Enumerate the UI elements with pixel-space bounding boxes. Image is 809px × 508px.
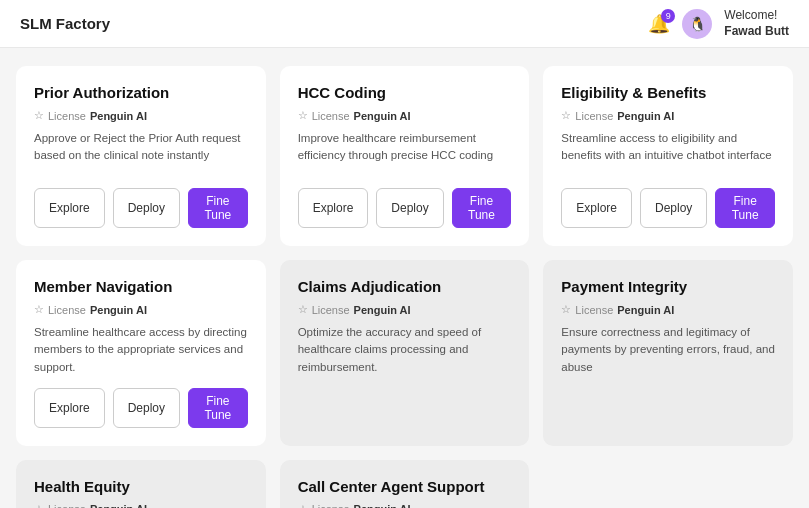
card-eligibility-benefits: Eligibility & Benefits ☆ License Penguin… xyxy=(543,66,793,246)
notification-badge: 9 xyxy=(661,9,675,23)
star-icon: ☆ xyxy=(298,503,308,508)
star-icon: ☆ xyxy=(298,303,308,316)
btn-fine-tune[interactable]: Fine Tune xyxy=(188,188,248,228)
license-name: Penguin AI xyxy=(617,110,674,122)
brand-logo: SLM Factory xyxy=(20,15,110,32)
btn-explore[interactable]: Explore xyxy=(298,188,369,228)
card-description: Streamline access to eligibility and ben… xyxy=(561,130,775,176)
header-right: 🔔 9 🐧 Welcome! Fawad Butt xyxy=(648,8,789,39)
card-call-center-agent-support: Call Center Agent Support ☆ License Peng… xyxy=(280,460,530,508)
license-label: License xyxy=(48,110,86,122)
license-label: License xyxy=(48,304,86,316)
card-title: Health Equity xyxy=(34,478,248,495)
card-actions: ExploreDeployFine Tune xyxy=(34,388,248,428)
card-license: ☆ License Penguin AI xyxy=(34,503,248,508)
welcome-text: Welcome! Fawad Butt xyxy=(724,8,789,39)
star-icon: ☆ xyxy=(561,303,571,316)
card-title: Member Navigation xyxy=(34,278,248,295)
card-title: Eligibility & Benefits xyxy=(561,84,775,101)
card-description: Improve healthcare reimbursement efficie… xyxy=(298,130,512,176)
card-license: ☆ License Penguin AI xyxy=(34,109,248,122)
card-title: Prior Authorization xyxy=(34,84,248,101)
btn-fine-tune[interactable]: Fine Tune xyxy=(715,188,775,228)
card-license: ☆ License Penguin AI xyxy=(561,109,775,122)
license-label: License xyxy=(312,110,350,122)
license-label: License xyxy=(575,110,613,122)
card-actions: ExploreDeployFine Tune xyxy=(34,188,248,228)
card-license: ☆ License Penguin AI xyxy=(298,303,512,316)
license-label: License xyxy=(312,304,350,316)
star-icon: ☆ xyxy=(561,109,571,122)
license-name: Penguin AI xyxy=(617,304,674,316)
avatar: 🐧 xyxy=(682,9,712,39)
btn-explore[interactable]: Explore xyxy=(34,188,105,228)
card-actions: ExploreDeployFine Tune xyxy=(561,188,775,228)
license-label: License xyxy=(48,503,86,508)
card-license: ☆ License Penguin AI xyxy=(298,109,512,122)
license-name: Penguin AI xyxy=(90,503,147,508)
card-license: ☆ License Penguin AI xyxy=(561,303,775,316)
license-name: Penguin AI xyxy=(354,304,411,316)
btn-fine-tune[interactable]: Fine Tune xyxy=(452,188,512,228)
star-icon: ☆ xyxy=(34,503,44,508)
card-title: Claims Adjudication xyxy=(298,278,512,295)
star-icon: ☆ xyxy=(34,303,44,316)
btn-explore[interactable]: Explore xyxy=(34,388,105,428)
license-name: Penguin AI xyxy=(354,110,411,122)
card-hcc-coding: HCC Coding ☆ License Penguin AI Improve … xyxy=(280,66,530,246)
cards-grid: Prior Authorization ☆ License Penguin AI… xyxy=(0,48,809,508)
btn-deploy[interactable]: Deploy xyxy=(376,188,443,228)
license-label: License xyxy=(575,304,613,316)
license-name: Penguin AI xyxy=(354,503,411,508)
card-license: ☆ License Penguin AI xyxy=(298,503,512,508)
card-prior-authorization: Prior Authorization ☆ License Penguin AI… xyxy=(16,66,266,246)
btn-deploy[interactable]: Deploy xyxy=(640,188,707,228)
btn-explore[interactable]: Explore xyxy=(561,188,632,228)
card-payment-integrity: Payment Integrity ☆ License Penguin AI E… xyxy=(543,260,793,446)
btn-fine-tune[interactable]: Fine Tune xyxy=(188,388,248,428)
btn-deploy[interactable]: Deploy xyxy=(113,188,180,228)
card-description: Streamline healthcare access by directin… xyxy=(34,324,248,376)
card-actions: ExploreDeployFine Tune xyxy=(298,188,512,228)
notification-button[interactable]: 🔔 9 xyxy=(648,13,670,35)
card-description: Ensure correctness and legitimacy of pay… xyxy=(561,324,775,428)
card-title: Call Center Agent Support xyxy=(298,478,512,495)
card-health-equity: Health Equity ☆ License Penguin AI Promo… xyxy=(16,460,266,508)
card-member-navigation: Member Navigation ☆ License Penguin AI S… xyxy=(16,260,266,446)
btn-deploy[interactable]: Deploy xyxy=(113,388,180,428)
card-title: Payment Integrity xyxy=(561,278,775,295)
license-label: License xyxy=(312,503,350,508)
card-license: ☆ License Penguin AI xyxy=(34,303,248,316)
star-icon: ☆ xyxy=(34,109,44,122)
star-icon: ☆ xyxy=(298,109,308,122)
card-title: HCC Coding xyxy=(298,84,512,101)
app-header: SLM Factory 🔔 9 🐧 Welcome! Fawad Butt xyxy=(0,0,809,48)
card-description: Approve or Reject the Prior Auth request… xyxy=(34,130,248,176)
card-description: Optimize the accuracy and speed of healt… xyxy=(298,324,512,428)
license-name: Penguin AI xyxy=(90,110,147,122)
card-claims-adjudication: Claims Adjudication ☆ License Penguin AI… xyxy=(280,260,530,446)
license-name: Penguin AI xyxy=(90,304,147,316)
